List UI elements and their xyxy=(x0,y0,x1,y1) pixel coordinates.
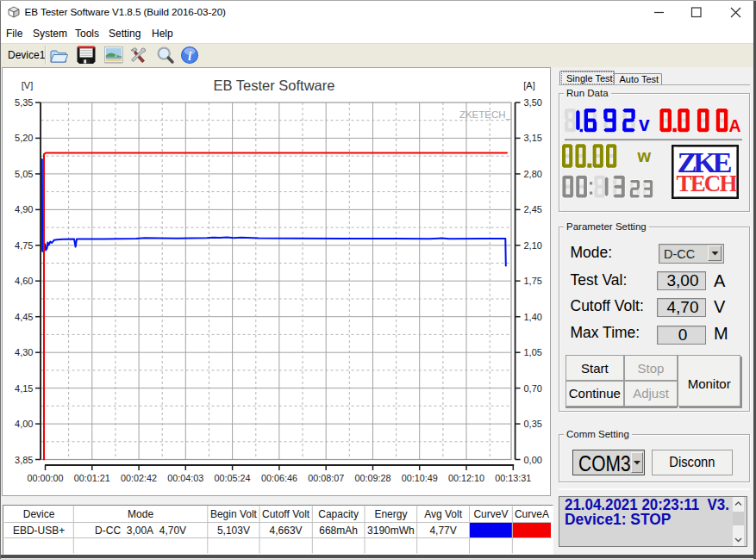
svg-text:Device: Device xyxy=(23,508,55,520)
svg-text:D-CC 3,00A 4,70V: D-CC 3,00A 4,70V xyxy=(95,525,186,537)
svg-text:4,77V: 4,77V xyxy=(429,525,456,537)
svg-text:EBD-USB+: EBD-USB+ xyxy=(13,525,65,537)
svg-text:4,663V: 4,663V xyxy=(270,525,303,537)
svg-text:668mAh: 668mAh xyxy=(319,525,358,537)
svg-text:Cutoff Volt: Cutoff Volt xyxy=(262,508,310,520)
svg-text:Capacity: Capacity xyxy=(318,508,359,520)
svg-text:5,103V: 5,103V xyxy=(217,525,250,537)
svg-text:3190mWh: 3190mWh xyxy=(367,525,415,537)
svg-text:CurveV: CurveV xyxy=(473,508,508,520)
svg-text:Avg Volt: Avg Volt xyxy=(424,508,462,520)
svg-text:Begin Volt: Begin Volt xyxy=(210,508,258,520)
svg-text:Mode: Mode xyxy=(128,508,153,520)
svg-text:Energy: Energy xyxy=(374,508,407,520)
svg-text:CurveA: CurveA xyxy=(515,508,549,520)
